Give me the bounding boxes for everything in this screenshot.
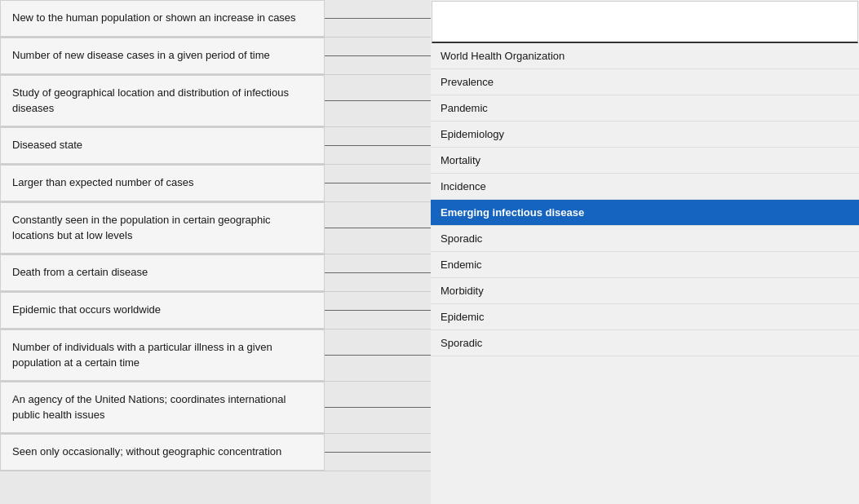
prompt-text-11: Seen only occasionally; without geograph… [12,444,281,460]
answer-option-who[interactable]: World Health Organization [431,43,859,69]
connector-8 [325,292,431,329]
prompt-row-9: Number of individuals with a particular … [0,329,431,382]
prompt-text-4: Diseased state [12,138,82,153]
prompt-row-4: Diseased state [0,127,431,165]
prompt-row-1: New to the human population or shown an … [0,0,431,38]
prompt-box-8: Epidemic that occurs worldwide [0,292,325,329]
prompt-text-5: Larger than expected number of cases [12,175,194,191]
prompt-box-4: Diseased state [0,127,325,164]
connector-1 [325,0,431,37]
answer-option-morbidity[interactable]: Morbidity [431,278,859,304]
matching-activity: New to the human population or shown an … [0,0,859,504]
answer-option-mortality[interactable]: Mortality [431,148,859,174]
prompt-text-9: Number of individuals with a particular … [12,340,312,371]
prompt-row-10: An agency of the United Nations; coordin… [0,382,431,434]
answer-option-pandemic[interactable]: Pandemic [431,95,859,122]
prompt-box-3: Study of geographical location and distr… [0,75,325,126]
prompt-row-6: Constantly seen in the population in cer… [0,202,431,254]
prompt-row-2: Number of new disease cases in a given p… [0,38,431,75]
answer-option-epidemiology[interactable]: Epidemiology [431,122,859,148]
answer-option-sporadic1[interactable]: Sporadic [431,226,859,252]
prompt-box-10: An agency of the United Nations; coordin… [0,382,325,433]
prompt-text-6: Constantly seen in the population in cer… [12,213,312,244]
connector-9 [325,329,431,381]
answer-option-emerging[interactable]: Emerging infectious disease [431,200,859,226]
connector-4 [325,127,431,164]
connector-11 [325,434,431,471]
answers-column: World Health Organization Prevalence Pan… [431,0,859,504]
answer-option-epidemic[interactable]: Epidemic [431,304,859,330]
prompt-row-8: Epidemic that occurs worldwide [0,292,431,329]
prompt-row-11: Seen only occasionally; without geograph… [0,434,431,471]
prompt-text-10: An agency of the United Nations; coordin… [12,392,312,423]
prompt-text-1: New to the human population or shown an … [12,11,296,26]
prompt-box-5: Larger than expected number of cases [0,165,325,201]
answer-option-prevalence[interactable]: Prevalence [431,69,859,95]
answer-option-incidence[interactable]: Incidence [431,174,859,200]
prompts-column: New to the human population or shown an … [0,0,431,504]
prompt-box-9: Number of individuals with a particular … [0,329,325,381]
connector-3 [325,75,431,126]
answer-option-endemic[interactable]: Endemic [431,252,859,278]
prompt-row-5: Larger than expected number of cases [0,165,431,202]
connector-2 [325,38,431,74]
connector-5 [325,165,431,201]
prompt-text-7: Death from a certain disease [12,265,148,281]
prompt-text-8: Epidemic that occurs worldwide [12,303,161,318]
prompt-box-1: New to the human population or shown an … [0,0,325,37]
prompt-row-7: Death from a certain disease [0,254,431,292]
prompt-box-7: Death from a certain disease [0,254,325,291]
answer-option-sporadic2[interactable]: Sporadic [431,330,859,356]
answer-input-area[interactable] [432,1,858,43]
answer-options-list: World Health Organization Prevalence Pan… [431,43,859,356]
prompt-box-6: Constantly seen in the population in cer… [0,202,325,254]
connector-10 [325,382,431,433]
answer-search-input[interactable] [441,15,849,28]
prompt-box-11: Seen only occasionally; without geograph… [0,434,325,471]
prompt-text-2: Number of new disease cases in a given p… [12,48,270,64]
connector-7 [325,254,431,291]
prompt-text-3: Study of geographical location and distr… [12,86,312,117]
prompt-box-2: Number of new disease cases in a given p… [0,38,325,74]
connector-6 [325,202,431,254]
prompt-row-3: Study of geographical location and distr… [0,75,431,127]
